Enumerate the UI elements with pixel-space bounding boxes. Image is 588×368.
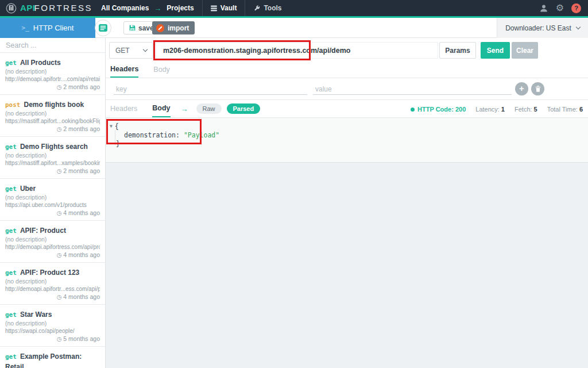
method-badge: get <box>5 353 17 361</box>
page-title: HTTP Client <box>33 24 74 32</box>
header-value-input[interactable] <box>313 84 512 95</box>
clock-icon: ◷ <box>57 168 62 174</box>
settings-gear-icon[interactable]: ⚙ <box>556 3 564 13</box>
fetch-stat: Fetch:5 <box>514 106 537 113</box>
response-arrow-icon: → <box>181 105 188 113</box>
clock-icon: ◷ <box>57 126 62 132</box>
nav-tools[interactable]: Tools <box>253 4 281 12</box>
header-key-input[interactable] <box>114 84 307 95</box>
item-description: (no description) <box>5 68 100 75</box>
clock-icon: ◷ <box>57 210 62 216</box>
request-row: GET Params Send Clear Headers Body <box>106 38 588 78</box>
item-time: 2 months ago <box>63 167 100 174</box>
apifortress-logo[interactable]: APIFORTRESS <box>0 3 101 14</box>
trash-icon <box>535 86 541 92</box>
clock-icon: ◷ <box>57 336 62 342</box>
method-badge: get <box>5 269 17 277</box>
tab-request-headers[interactable]: Headers <box>110 61 138 78</box>
teal-accent-line <box>0 16 588 18</box>
item-url: https://mastiff.apifort...xamples/bookin… <box>5 160 100 167</box>
list-item[interactable]: getAll Products (no description) http://… <box>0 53 105 95</box>
json-key: demonstration: <box>124 131 180 139</box>
item-description: (no description) <box>5 320 100 327</box>
help-icon[interactable]: ? <box>571 3 581 13</box>
save-floppy-icon <box>129 25 136 31</box>
list-item[interactable]: postDemo flights book (no description) h… <box>0 95 105 137</box>
import-button[interactable]: import <box>152 21 195 34</box>
http-method-select[interactable]: GET <box>109 42 153 59</box>
toggle-list-button[interactable] <box>95 20 111 36</box>
search-input[interactable] <box>0 41 105 49</box>
tab-response-body[interactable]: Body <box>152 101 170 117</box>
send-button[interactable]: Send <box>481 42 510 59</box>
vault-icon <box>211 5 217 12</box>
header-key-value-row: + <box>106 78 588 99</box>
json-viewer: ▼{ demonstration: "Payload" } <box>110 122 219 148</box>
params-button[interactable]: Params <box>439 42 476 59</box>
item-time: 4 months ago <box>63 209 100 216</box>
add-header-button[interactable]: + <box>515 82 528 95</box>
downloader-select[interactable]: Downloader: US East <box>497 18 588 38</box>
collapse-caret-icon[interactable]: ▼ <box>110 124 113 129</box>
chevron-down-icon <box>143 47 148 52</box>
request-tabs: Headers Body <box>110 61 170 78</box>
item-time: 4 months ago <box>63 251 100 258</box>
item-url: https://api.uber.com/v1/products <box>5 202 100 209</box>
item-title: Demo Flights search <box>20 143 88 151</box>
user-icon[interactable] <box>539 4 548 13</box>
nav-all-companies[interactable]: All Companies <box>101 4 149 12</box>
item-title: Uber <box>20 185 36 193</box>
clock-icon: ◷ <box>57 252 62 258</box>
clear-button[interactable]: Clear <box>512 42 538 59</box>
fortress-logo-icon <box>6 3 17 14</box>
list-item[interactable]: getExample Postman: Retail (no descripti… <box>0 347 105 368</box>
url-input[interactable] <box>156 42 438 59</box>
item-description: (no description) <box>5 236 100 243</box>
clock-icon: ◷ <box>57 294 62 300</box>
parsed-toggle[interactable]: Parsed <box>227 103 261 114</box>
delete-header-button[interactable] <box>531 82 544 95</box>
method-badge: get <box>5 227 17 235</box>
method-badge: get <box>5 59 17 67</box>
item-description: (no description) <box>5 152 100 159</box>
empty-background <box>106 163 588 368</box>
item-description: (no description) <box>5 278 100 285</box>
toolbar: >_ HTTP Client save import Downloader: U… <box>0 18 588 38</box>
breadcrumb-arrow-icon: → <box>154 4 161 13</box>
clock-icon: ◷ <box>57 84 62 90</box>
response-body-panel: ▼{ demonstration: "Payload" } <box>106 118 588 163</box>
http-client-header: >_ HTTP Client <box>0 18 95 38</box>
list-item[interactable]: getAPIF: Product 123 (no description) ht… <box>0 263 105 305</box>
item-title: APIF: Product 123 <box>20 269 79 277</box>
terminal-prompt-icon: >_ <box>22 24 29 32</box>
tab-response-headers[interactable]: Headers <box>110 101 137 117</box>
list-item[interactable]: getStar Wars (no description) https://sw… <box>0 305 105 347</box>
item-url: http://demoapi.apifortr...ess.com/api/pr… <box>5 286 100 293</box>
raw-toggle[interactable]: Raw <box>196 103 222 114</box>
json-value: "Payload" <box>184 131 219 139</box>
list-item[interactable]: getAPIF: Product (no description) http:/… <box>0 221 105 263</box>
top-navbar: APIFORTRESS All Companies → Projects Vau… <box>0 0 588 16</box>
item-description: (no description) <box>5 194 100 201</box>
nav-divider <box>245 0 245 16</box>
tab-request-body[interactable]: Body <box>153 61 170 78</box>
item-title: APIF: Product <box>20 227 66 235</box>
nav-projects[interactable]: Projects <box>167 4 194 12</box>
method-badge: get <box>5 185 17 193</box>
item-url: https://swapi.co/api/people/ <box>5 328 100 335</box>
item-title: All Products <box>20 59 61 67</box>
item-time: 2 months ago <box>63 83 100 90</box>
item-description: (no description) <box>5 110 100 117</box>
response-stats: HTTP Code: 200 Latency:1 Fetch:5 Total T… <box>411 100 583 118</box>
item-time: 4 months ago <box>63 293 100 300</box>
sidebar-list: getAll Products (no description) http://… <box>0 53 105 368</box>
list-item[interactable]: getDemo Flights search (no description) … <box>0 137 105 179</box>
logo-text-fortress: FORTRESS <box>34 3 92 13</box>
method-badge: get <box>5 143 17 151</box>
postman-icon <box>156 24 164 32</box>
nav-vault[interactable]: Vault <box>211 4 237 12</box>
list-item[interactable]: getUber (no description) https://api.ube… <box>0 179 105 221</box>
search-row <box>0 38 105 53</box>
item-time: 5 months ago <box>63 335 100 342</box>
item-time: 2 months ago <box>63 125 100 132</box>
